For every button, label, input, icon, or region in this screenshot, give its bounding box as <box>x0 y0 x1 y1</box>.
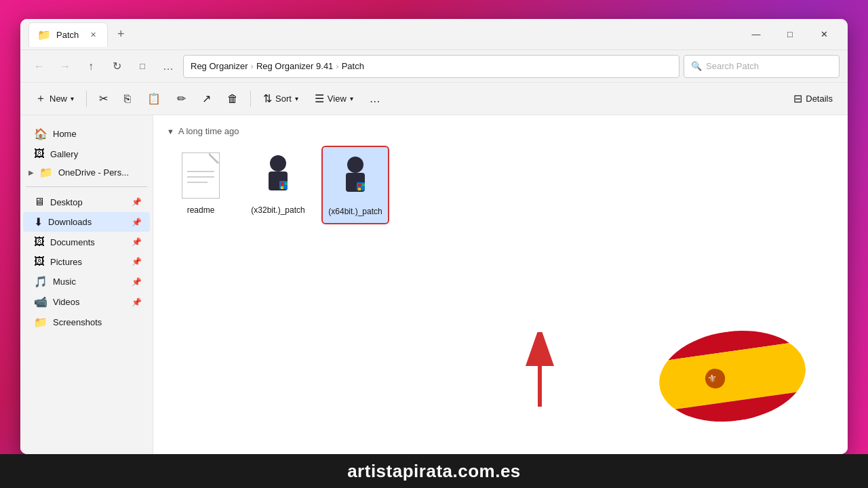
sort-chevron-icon: ▾ <box>295 95 298 102</box>
section-header[interactable]: ▼ A long time ago <box>167 126 834 136</box>
forward-button[interactable]: → <box>54 56 76 77</box>
music-icon: 🎵 <box>34 275 47 288</box>
copy-icon: ⎘ <box>124 93 131 105</box>
sidebar-item-music[interactable]: 🎵 Music 📌 <box>23 272 150 291</box>
breadcrumb-sep-2: › <box>336 61 338 71</box>
sidebar-gallery-label: Gallery <box>50 149 78 159</box>
view-button[interactable]: ☰ View ▾ <box>308 87 360 110</box>
breadcrumb[interactable]: Reg Organizer › Reg Organizer 9.41 › Pat… <box>183 55 679 78</box>
tab-close-button[interactable]: ✕ <box>87 28 99 41</box>
new-tab-button[interactable]: + <box>111 24 131 45</box>
svg-point-6 <box>270 155 286 171</box>
delete-button[interactable]: 🗑 <box>220 87 245 110</box>
toolbar-sep-2 <box>250 91 251 107</box>
downloads-icon: ⬇ <box>34 216 43 228</box>
nav-bar: ← → ↑ ↻ □ … Reg Organizer › Reg Organize… <box>20 50 848 83</box>
svg-rect-11 <box>281 186 283 189</box>
svg-point-13 <box>347 157 363 173</box>
readme-label: readme <box>187 205 215 216</box>
nav-more-button[interactable]: … <box>157 56 179 77</box>
back-button[interactable]: ← <box>28 56 50 77</box>
red-arrow-annotation <box>523 332 557 413</box>
minimize-button[interactable]: — <box>741 24 772 45</box>
sidebar-downloads-label: Downloads <box>48 217 92 227</box>
pictures-icon: 🖼 <box>34 256 45 268</box>
music-pin-icon: 📌 <box>132 277 142 287</box>
breadcrumb-sep-1: › <box>251 61 254 71</box>
sidebar: 🏠 Home 🖼 Gallery ▶ 📁 OneDrive - Pers... … <box>20 115 153 454</box>
breadcrumb-reg-organizer-941[interactable]: Reg Organizer 9.41 <box>256 61 333 71</box>
sort-button[interactable]: ⇅ Sort ▾ <box>256 87 305 110</box>
paste-button[interactable]: 📋 <box>140 87 167 110</box>
cut-icon: ✂ <box>99 92 108 105</box>
cut-button[interactable]: ✂ <box>92 87 115 110</box>
sidebar-item-pictures[interactable]: 🖼 Pictures 📌 <box>23 252 150 271</box>
svg-point-26 <box>704 367 726 390</box>
window: 📁 Patch ✕ + — □ ✕ <box>20 19 848 454</box>
title-bar: 📁 Patch ✕ + — □ ✕ <box>20 19 848 50</box>
main-content: 🏠 Home 🖼 Gallery ▶ 📁 OneDrive - Pers... … <box>20 115 848 454</box>
downloads-pin-icon: 📌 <box>132 218 142 227</box>
videos-icon: 📹 <box>34 296 47 308</box>
details-icon: ⊟ <box>793 92 802 105</box>
close-button[interactable]: ✕ <box>808 24 840 45</box>
refresh-button[interactable]: ↻ <box>106 56 127 77</box>
sidebar-item-onedrive[interactable]: ▶ 📁 OneDrive - Pers... <box>20 164 153 181</box>
rename-button[interactable]: ✏ <box>170 87 193 110</box>
new-chevron-icon: ▾ <box>71 95 74 102</box>
sort-label: Sort <box>275 94 292 104</box>
svg-rect-25 <box>662 390 813 436</box>
sidebar-divider <box>26 186 147 187</box>
breadcrumb-patch[interactable]: Patch <box>342 61 364 71</box>
desktop-icon: 🖥 <box>34 196 45 208</box>
view-icon: ☰ <box>315 92 324 105</box>
sidebar-item-documents[interactable]: 🖼 Documents 📌 <box>23 232 150 251</box>
share-button[interactable]: ↗ <box>195 87 218 110</box>
up-button[interactable]: ↑ <box>80 56 102 77</box>
sidebar-item-videos[interactable]: 📹 Videos 📌 <box>23 292 150 312</box>
readme-doc-icon <box>182 152 220 199</box>
file-item-readme[interactable]: readme <box>167 146 235 224</box>
sidebar-item-desktop[interactable]: 🖥 Desktop 📌 <box>23 192 150 211</box>
spain-flag: ⚜ <box>652 315 814 436</box>
sidebar-videos-label: Videos <box>53 297 80 307</box>
x64patch-icon-wrapper <box>331 152 380 201</box>
file-content-wrapper: ▼ A long time ago <box>153 115 848 454</box>
banner-text: artistapirata.com.es <box>347 461 521 482</box>
copy-button[interactable]: ⎘ <box>117 87 138 110</box>
readme-icon-wrapper <box>176 151 225 200</box>
sidebar-item-home[interactable]: 🏠 Home <box>23 124 150 144</box>
share-icon: ↗ <box>202 92 211 105</box>
file-item-x64patch[interactable]: (x64bit.)_patch <box>321 146 389 224</box>
sidebar-item-gallery[interactable]: 🖼 Gallery <box>23 144 150 163</box>
file-item-x32patch[interactable]: (x32bit.)_patch <box>244 146 312 224</box>
sidebar-item-downloads[interactable]: ⬇ Downloads 📌 <box>23 212 150 232</box>
svg-rect-17 <box>362 184 365 186</box>
delete-icon: 🗑 <box>227 93 238 105</box>
active-tab[interactable]: 📁 Patch ✕ <box>28 22 108 47</box>
breadcrumb-reg-organizer[interactable]: Reg Organizer <box>191 61 248 71</box>
file-area: ▼ A long time ago <box>153 115 848 235</box>
new-icon: ＋ <box>35 92 46 106</box>
search-icon: 🔍 <box>691 61 702 71</box>
folder-view-button[interactable]: □ <box>132 56 153 77</box>
svg-rect-24 <box>655 341 810 411</box>
videos-pin-icon: 📌 <box>132 298 142 307</box>
svg-rect-10 <box>285 182 288 185</box>
sidebar-item-screenshots[interactable]: 📁 Screenshots <box>23 312 150 332</box>
new-button[interactable]: ＋ New ▾ <box>28 87 81 110</box>
svg-text:⚜: ⚜ <box>707 371 717 385</box>
maximize-button[interactable]: □ <box>774 24 806 45</box>
sidebar-home-label: Home <box>53 129 77 139</box>
details-button[interactable]: ⊟ Details <box>787 87 840 110</box>
view-chevron-icon: ▾ <box>350 95 353 102</box>
files-grid: readme <box>167 146 834 224</box>
search-box[interactable]: 🔍 Search Patch <box>684 55 840 78</box>
more-button[interactable]: … <box>363 87 387 110</box>
sort-icon: ⇅ <box>263 92 272 105</box>
window-controls: — □ ✕ <box>741 24 840 45</box>
tab-folder-icon: 📁 <box>37 28 51 41</box>
sidebar-desktop-label: Desktop <box>50 197 83 207</box>
toolbar-right: ⊟ Details <box>787 87 840 110</box>
onedrive-icon: 📁 <box>39 166 53 179</box>
